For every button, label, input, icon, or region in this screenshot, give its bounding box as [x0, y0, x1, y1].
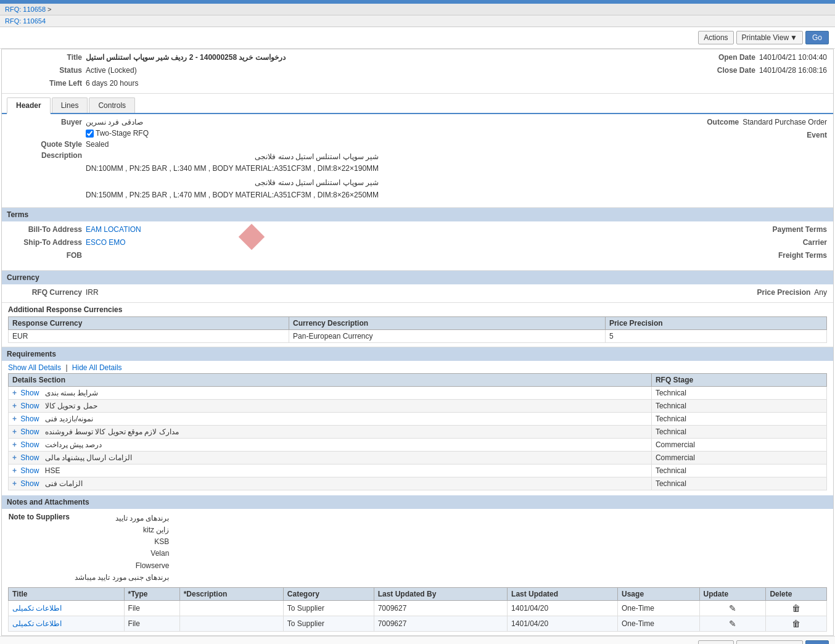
plus-icon[interactable]: + — [12, 479, 17, 488]
attach-type: File — [124, 616, 179, 631]
plus-icon[interactable]: + — [12, 453, 17, 462]
bill-to-value[interactable]: EAM LOCATION — [86, 225, 141, 234]
attach-updated: 1401/04/20 — [508, 616, 618, 631]
attach-description — [179, 600, 283, 616]
desc2-line2: DN:150MM , PN:25 BAR , L:470 MM , BODY M… — [86, 189, 379, 201]
req-stage: Technical — [651, 477, 826, 490]
plus-icon[interactable]: + — [12, 440, 17, 449]
req-detail-cell: + Show شرایط بسته بندی — [9, 386, 652, 399]
edit-icon[interactable]: ✎ — [729, 603, 736, 613]
printable-view-button-top[interactable]: Printable View ▼ — [736, 31, 803, 44]
curr-description: Pan-European Currency — [289, 329, 606, 342]
req-detail-text: نمونه/بازدید فنی — [45, 415, 94, 423]
col-currency-desc: Currency Description — [289, 316, 606, 329]
buyer-value: صادقی فرد نسرین — [86, 118, 143, 126]
tab-header[interactable]: Header — [7, 97, 51, 114]
plus-icon[interactable]: + — [12, 389, 17, 397]
printable-view-label: Printable View — [742, 33, 789, 42]
attach-title[interactable]: اطلاعات تکمیلی — [9, 616, 125, 631]
show-all-details-link[interactable]: Show All Details — [8, 363, 61, 372]
quote-style-label: Quote Style — [8, 140, 82, 149]
req-detail-cell: + Show حمل و تحویل کالا — [9, 399, 652, 412]
req-stage: Technical — [651, 412, 826, 425]
delete-icon[interactable]: 🗑 — [792, 619, 800, 629]
actions-button-bottom[interactable]: Actions — [698, 640, 733, 644]
attach-edit[interactable]: ✎ — [699, 616, 766, 631]
terms-section-header: Terms — [2, 208, 833, 221]
show-link[interactable]: Show — [20, 402, 39, 410]
show-link[interactable]: Show — [20, 453, 39, 462]
attach-category: To Supplier — [283, 600, 374, 616]
attachments-table: Title*Type*DescriptionCategoryLast Updat… — [8, 587, 827, 632]
show-link[interactable]: Show — [20, 415, 39, 423]
attach-col-header: Last Updated By — [374, 587, 507, 600]
fob-label: FOB — [8, 251, 82, 260]
req-detail-cell: + Show مدارک لازم موقع تحویل کالا توسط ف… — [9, 425, 652, 438]
attach-col-header: Last Updated — [508, 587, 618, 600]
open-date-label: Open Date — [681, 53, 755, 62]
tab-lines[interactable]: Lines — [52, 97, 88, 113]
go-button-bottom[interactable]: Go — [805, 640, 829, 644]
show-link[interactable]: Show — [20, 466, 39, 475]
requirement-row: + Show الزامات فنی Technical — [9, 477, 827, 490]
req-detail-text: الزامات فنی — [45, 479, 83, 488]
attach-col-header: Category — [283, 587, 374, 600]
attach-delete[interactable]: 🗑 — [766, 616, 827, 631]
req-detail-text: حمل و تحویل کالا — [45, 402, 97, 410]
attachment-row: اطلاعات تکمیلی File To Supplier 7009627 … — [9, 600, 827, 616]
time-left-value: 6 days 20 hours — [86, 79, 138, 88]
ship-to-value[interactable]: ESCO EMO — [86, 238, 126, 247]
delete-icon[interactable]: 🗑 — [792, 603, 800, 613]
attach-usage: One-Time — [618, 600, 699, 616]
requirements-table: Details Section RFQ Stage + Show شرایط ب… — [8, 373, 827, 490]
note-line: KSB — [75, 536, 169, 548]
hide-all-details-link[interactable]: Hide All Details — [72, 363, 122, 372]
two-stage-rfq-label: Two-Stage RFQ — [96, 129, 149, 138]
attach-category: To Supplier — [283, 616, 374, 631]
show-link[interactable]: Show — [20, 479, 39, 488]
currency-section-header: Currency — [2, 271, 833, 284]
attach-title[interactable]: اطلاعات تکمیلی — [9, 600, 125, 616]
title-label: Title — [8, 53, 82, 62]
attach-updated-by: 7009627 — [374, 600, 507, 616]
req-detail-text: درصد پیش پرداخت — [45, 440, 102, 449]
two-stage-rfq-checkbox[interactable]: Two-Stage RFQ — [86, 129, 149, 138]
show-link[interactable]: Show — [20, 389, 39, 397]
attach-col-header: *Type — [124, 587, 179, 600]
plus-icon[interactable]: + — [12, 466, 17, 475]
outcome-label: Outcome — [665, 118, 739, 126]
req-stage: Commercial — [651, 451, 826, 464]
currency-row: EUR Pan-European Currency 5 — [9, 329, 827, 342]
plus-icon[interactable]: + — [12, 415, 17, 423]
two-stage-rfq-input[interactable] — [86, 130, 94, 138]
requirement-row: + Show درصد پیش پرداخت Commercial — [9, 438, 827, 451]
plus-icon[interactable]: + — [12, 402, 17, 410]
printable-view-button-bottom[interactable]: Printable View ▼ — [736, 640, 803, 644]
edit-icon[interactable]: ✎ — [729, 619, 736, 629]
breadcrumb-rfq-link[interactable]: RFQ: 110658 — [5, 6, 46, 13]
actions-button-top[interactable]: Actions — [698, 31, 733, 44]
requirements-section-header: Requirements — [2, 347, 833, 361]
req-detail-text: مدارک لازم موقع تحویل کالا توسط فروشنده — [45, 427, 179, 436]
col-price-precision: Price Precision — [605, 316, 826, 329]
req-stage: Technical — [651, 425, 826, 438]
attach-edit[interactable]: ✎ — [699, 600, 766, 616]
price-precision-label: Price Precision — [736, 288, 810, 297]
close-date-label: Close Date — [681, 66, 755, 75]
requirement-row: + Show نمونه/بازدید فنی Technical — [9, 412, 827, 425]
attach-updated: 1401/04/20 — [508, 600, 618, 616]
attach-delete[interactable]: 🗑 — [766, 600, 827, 616]
payment-terms-label: Payment Terms — [753, 225, 827, 234]
req-stage: Commercial — [651, 438, 826, 451]
desc2-line1: شیر سوپاپ استنلس استیل دسته فلانجی — [86, 177, 379, 189]
attach-col-header: Delete — [766, 587, 827, 600]
requirement-row: + Show مدارک لازم موقع تحویل کالا توسط ف… — [9, 425, 827, 438]
show-link[interactable]: Show — [20, 427, 39, 436]
breadcrumb-rfq2-link[interactable]: RFQ: 110654 — [5, 17, 46, 25]
plus-icon[interactable]: + — [12, 427, 17, 436]
buyer-label: Buyer — [8, 118, 82, 126]
go-button-top[interactable]: Go — [805, 31, 829, 44]
rfq-currency-label: RFQ Currency — [8, 288, 82, 297]
show-link[interactable]: Show — [20, 440, 39, 449]
tab-controls[interactable]: Controls — [89, 97, 135, 113]
